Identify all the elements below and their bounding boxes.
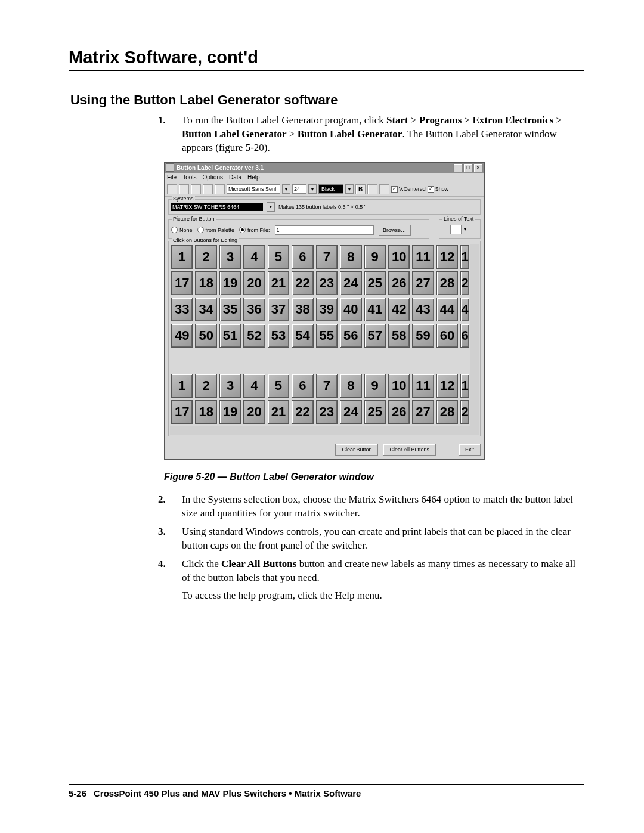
label-button[interactable]: 2 — [195, 245, 216, 269]
label-button[interactable]: 51 — [219, 324, 241, 348]
label-button[interactable]: 26 — [388, 271, 410, 295]
label-button[interactable]: 8 — [340, 245, 361, 269]
label-button[interactable]: 57 — [364, 324, 386, 348]
label-button[interactable]: 44 — [436, 298, 458, 321]
label-button[interactable]: 1 — [171, 374, 193, 398]
label-button[interactable]: 20 — [243, 400, 265, 424]
maximize-button[interactable]: □ — [463, 163, 473, 172]
menu-help[interactable]: Help — [247, 174, 260, 181]
color-dropdown-icon[interactable]: ▼ — [345, 184, 354, 194]
menu-tools[interactable]: Tools — [182, 174, 196, 181]
label-button[interactable]: 53 — [268, 324, 289, 348]
label-button[interactable]: 11 — [412, 245, 434, 269]
label-button[interactable]: 2 — [460, 271, 469, 295]
menu-file[interactable]: File — [167, 174, 177, 181]
label-button[interactable]: 9 — [364, 374, 386, 398]
new-icon[interactable] — [167, 184, 177, 194]
label-button[interactable]: 4 — [243, 245, 265, 269]
label-button[interactable]: 19 — [219, 400, 241, 424]
label-button[interactable]: 7 — [316, 245, 338, 269]
label-button[interactable]: 27 — [412, 400, 434, 424]
bold-button[interactable]: B — [355, 184, 366, 194]
lines-select[interactable]: ▼ — [450, 225, 469, 234]
label-button[interactable]: 10 — [388, 374, 410, 398]
label-button[interactable]: 40 — [340, 298, 361, 321]
label-button[interactable]: 34 — [195, 298, 216, 321]
color-select[interactable]: Black — [318, 184, 343, 194]
systems-dropdown-icon[interactable]: ▼ — [267, 202, 275, 212]
label-button[interactable]: 3 — [219, 245, 241, 269]
label-button[interactable]: 10 — [388, 245, 410, 269]
label-button[interactable]: 17 — [171, 400, 193, 424]
label-button[interactable]: 1 — [460, 245, 469, 269]
label-button[interactable]: 2 — [195, 374, 216, 398]
label-button[interactable]: 58 — [388, 324, 410, 348]
label-button[interactable]: 56 — [340, 324, 361, 348]
label-button[interactable]: 52 — [243, 324, 265, 348]
label-button[interactable]: 11 — [412, 374, 434, 398]
label-button[interactable]: 26 — [388, 400, 410, 424]
label-button[interactable]: 5 — [268, 374, 289, 398]
label-button[interactable]: 38 — [292, 298, 313, 321]
label-button[interactable]: 7 — [316, 374, 338, 398]
label-button[interactable]: 3 — [219, 374, 241, 398]
size-select[interactable]: 24 — [292, 184, 306, 194]
clear-all-button[interactable]: Clear All Buttons — [383, 444, 436, 456]
menu-options[interactable]: Options — [202, 174, 222, 181]
label-button[interactable]: 35 — [219, 298, 241, 321]
font-dropdown-icon[interactable]: ▼ — [282, 184, 290, 194]
save-icon[interactable] — [191, 184, 201, 194]
label-button[interactable]: 24 — [340, 271, 361, 295]
file-input[interactable]: 1 — [275, 225, 374, 235]
label-button[interactable]: 42 — [388, 298, 410, 321]
label-button[interactable]: 43 — [412, 298, 434, 321]
label-button[interactable]: 17 — [171, 271, 193, 295]
label-button[interactable]: 6 — [292, 245, 313, 269]
label-button[interactable]: 12 — [436, 245, 458, 269]
label-button[interactable]: 25 — [364, 271, 386, 295]
scroll-right-icon[interactable]: ► — [462, 426, 470, 435]
clear-button[interactable]: Clear Button — [335, 444, 378, 456]
show-checkbox[interactable]: ✓Show — [428, 186, 449, 193]
label-button[interactable]: 6 — [292, 374, 313, 398]
label-button[interactable]: 41 — [364, 298, 386, 321]
label-button[interactable]: 36 — [243, 298, 265, 321]
label-button[interactable]: 22 — [292, 271, 313, 295]
label-button[interactable]: 4 — [243, 374, 265, 398]
label-button[interactable]: 27 — [412, 271, 434, 295]
radio-file[interactable]: from File: — [239, 227, 270, 233]
label-button[interactable]: 5 — [268, 245, 289, 269]
minimize-button[interactable]: ‒ — [453, 163, 463, 172]
label-button[interactable]: 28 — [436, 400, 458, 424]
label-button[interactable]: 23 — [316, 400, 338, 424]
size-dropdown-icon[interactable]: ▼ — [308, 184, 317, 194]
label-button[interactable]: 21 — [268, 271, 289, 295]
vcentered-checkbox[interactable]: ✓V.Centered — [391, 186, 426, 193]
label-button[interactable]: 19 — [219, 271, 241, 295]
label-button[interactable]: 55 — [316, 324, 338, 348]
label-button[interactable]: 18 — [195, 271, 216, 295]
label-button[interactable]: 60 — [436, 324, 458, 348]
label-button[interactable]: 50 — [195, 324, 216, 348]
label-button[interactable]: 33 — [171, 298, 193, 321]
label-button[interactable]: 54 — [292, 324, 313, 348]
preview-icon[interactable] — [215, 184, 225, 194]
label-button[interactable]: 4 — [460, 298, 469, 321]
label-button[interactable]: 25 — [364, 400, 386, 424]
close-button[interactable]: × — [473, 163, 483, 172]
label-button[interactable]: 49 — [171, 324, 193, 348]
label-button[interactable]: 59 — [412, 324, 434, 348]
scroll-up-icon[interactable]: ▲ — [470, 244, 479, 253]
label-button[interactable]: 23 — [316, 271, 338, 295]
radio-none[interactable]: None — [171, 227, 193, 233]
font-select[interactable]: Microsoft Sans Serif — [227, 184, 280, 194]
print-icon[interactable] — [203, 184, 213, 194]
label-button[interactable]: 18 — [195, 400, 216, 424]
label-button[interactable]: 39 — [316, 298, 338, 321]
title-bar[interactable]: Button Label Generator ver 3.1 ‒ □ × — [165, 163, 484, 173]
label-button[interactable]: 20 — [243, 271, 265, 295]
label-button[interactable]: 22 — [292, 400, 313, 424]
label-button[interactable]: 6 — [460, 324, 469, 348]
label-button[interactable]: 21 — [268, 400, 289, 424]
scroll-left-icon[interactable]: ◄ — [170, 426, 179, 435]
